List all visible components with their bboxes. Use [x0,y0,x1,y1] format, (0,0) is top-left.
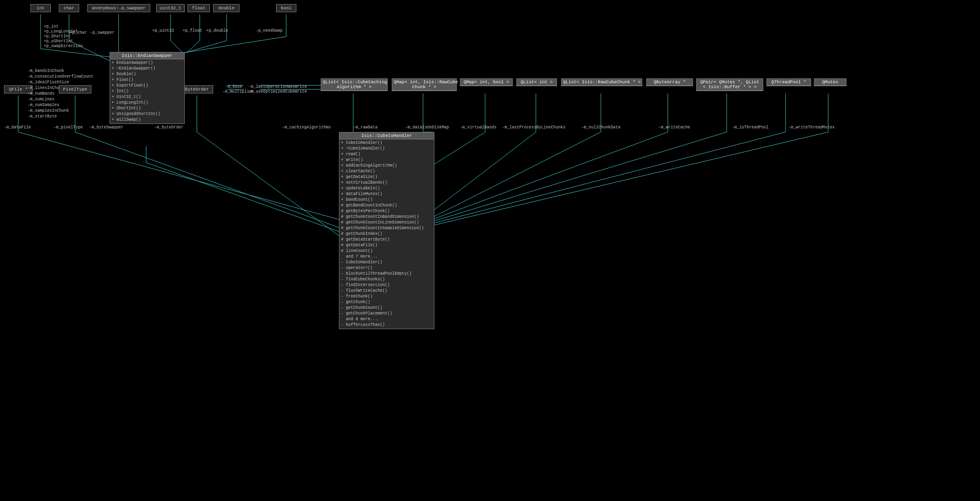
qthreadpool-box: QThreadPool * [766,78,811,86]
type-box-byteorder: ByteOrder [181,85,213,93]
cubeio-handler-box: Isis::CubeIoHandler + CubeIoHandler() + … [339,132,434,329]
type-box-char: char [59,4,79,12]
type-box-bool: bool [276,4,296,12]
label-m-lastprocessbylinechunks: -m_lastProcessByLineChunks [502,125,566,130]
type-box-double: double [213,4,240,12]
label-p-shortint: +p_ShortInt [44,34,71,39]
endian-swapper-box: Isis::EndianSwapper + EndianSwapper() + … [110,52,185,124]
label-p-ushortint: +p_uShortInt [44,39,73,43]
endian-swapper-body: + EndianSwapper() + ~EndianSwapper() + D… [110,59,184,124]
label-p-double: +p_double [206,28,228,33]
label-m-dataondiskmap: -m_dataIsOnDiskMap [405,125,449,130]
label-m-pixeltype: -m_pixelType [54,125,83,130]
qlist-int-box: QList< int > [516,78,557,86]
label-m-base: -m_base [225,85,242,89]
label-p-needswap: -p_needSwap [256,28,283,33]
endian-swapper-title: Isis::EndianSwapper [110,52,184,59]
label-m-nullchunkdata: -m_nullChunkData [581,125,620,130]
type-box-int: int [30,4,51,12]
label-m-iothreadpool: -m_ioThreadPool [732,125,768,130]
qbytearray-box: QByteArray * [646,78,693,86]
label-m-virtualbands: -m_virtualBands [460,125,496,130]
label-m-byteorder: -m_byteOrder [154,125,183,130]
label-m-cachingalgorithms: -m_cachingAlgorithms [282,125,331,130]
cubeio-handler-title: Isis::CubeIoHandler [339,132,434,139]
label-p-int: +p_int [44,24,58,29]
qlist-rawcubechunk-box: QList< Isis::RawCubeChunk * > [561,78,642,86]
label-m-writecache: -m_writeCache [658,125,690,130]
qmutex-title: QMutex [814,79,846,86]
qpair-title: QPair< QMutex *, QList< Isis::Buffer * >… [697,79,763,91]
label-p-char: +p_char [70,30,87,35]
qmap-int-bool-title: QMap< int, bool > [460,79,512,86]
qpair-box: QPair< QMutex *, QList< Isis::Buffer * >… [696,78,763,91]
caching-algo-box: QList< Isis::CubeCachingAlgorithm * > [321,78,388,91]
label-m-byteswapper: -m_byteSwapper [89,125,123,130]
label-p-uint32: +p_uint32 [152,28,174,33]
type-box-anonymous: anonymous:-p_swapper [87,4,150,12]
qlist-int-title: QList< int > [517,79,557,86]
type-box-float: float [188,4,210,12]
qthreadpool-title: QThreadPool * [767,79,811,86]
rawcube-chunk-box: QMap< int, Isis::RawCubeChunk * > [392,78,457,91]
label-m-rawdata: -m_rawData [353,125,378,130]
label-p-float: +p_float [183,28,202,33]
diagram-container: int char anonymous:-p_swapper uint32_t f… [0,0,980,501]
qfile-attrs: -m_bandsInChunk -m_consecutiveOverflowCo… [28,68,93,119]
caching-algo-title: QList< Isis::CubeCachingAlgorithm * > [321,79,387,91]
qmap-int-bool-box: QMap< int, bool > [460,78,513,86]
cubeio-handler-body: + CubeIoHandler() + ~CubeIoHandler() + r… [339,139,434,329]
rawcube-chunk-title: QMap< int, Isis::RawCubeChunk * > [392,79,456,91]
label-m-useopt: -m_useOptimizedCubeWrite [248,89,307,94]
type-box-uint32: uint32_t [156,4,185,12]
qlist-rawcubechunk-title: QList< Isis::RawCubeChunk * > [561,79,642,86]
label-m-datafile: -m_dataFile [4,125,31,130]
qbytearray-title: QByteArray * [647,79,693,86]
qmutex-box: QMutex [814,78,846,86]
label-m-lastop: -m_lastOperationWasWrite [248,85,307,89]
label-p-swapper: -p_swapper [90,30,114,35]
type-box-pixeltype: PixelType [59,85,91,93]
label-p-swapdirection: +p_swapDirection [44,44,83,48]
label-m-writethreadmutex: -m_writeThreadMutex [788,125,835,130]
